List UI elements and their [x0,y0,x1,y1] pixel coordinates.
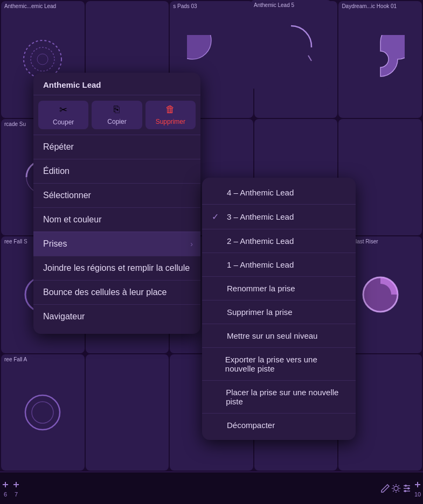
sliders-btn[interactable] [401,483,412,494]
svg-point-1 [31,47,54,71]
context-menu: Anthemic Lead ✂ Couper ⎘ Copier 🗑 Suppri… [33,73,200,334]
copier-button[interactable]: ⎘ Copier [92,101,142,129]
prises-label: Prises [43,239,67,249]
cell-4-visual [351,18,410,100]
cell-anthemic-5-label: Anthemic Lead 5 [254,2,328,8]
selectionner-label: Sélectionner [43,191,91,200]
submenu-item-7[interactable]: Exporter la prise vers une nouvelle pist… [202,347,356,380]
arrow-icon: › [190,240,193,248]
cell-15-label: ree Fall A [4,356,81,362]
submenu-label-8: Placer la prise sur une nouvelle piste [226,388,346,406]
submenu-label-3: 1 – Anthemic Lead [227,260,294,269]
navigateur-label: Navigateur [43,312,85,321]
svg-point-9 [32,402,53,423]
submenu-label-0: 4 – Anthemic Lead [227,188,294,197]
submenu-item-0[interactable]: 4 – Anthemic Lead [202,181,356,204]
scissors-icon: ✂ [59,104,67,116]
submenu-label-2: 2 – Anthemic Lead [227,236,294,246]
cell-anthemic-5-visual [251,0,331,89]
cell-anthemic-5[interactable]: Anthemic Lead 5 [251,0,331,89]
track-num-10: 10 [412,479,423,498]
menu-item-bounce[interactable]: Bounce des cellules à leur place [33,280,200,304]
context-menu-title: Anthemic Lead [33,78,200,95]
cell-16[interactable] [86,354,169,471]
nom-couleur-label: Nom et couleur [43,215,102,225]
submenu-item-9[interactable]: Décompacter [202,413,356,437]
submenu-label-5: Supprimer la prise [227,307,293,317]
submenu-item-1[interactable]: ✓ 3 – Anthemic Lead [202,204,356,229]
submenu-label-4: Renommer la prise [227,284,295,293]
supprimer-button[interactable]: 🗑 Supprimer [145,101,196,129]
menu-item-selectionner[interactable]: Sélectionner [33,183,200,207]
cell-15-visual [13,372,72,453]
track-7-num: 7 [15,491,18,498]
submenu-label-1: 3 – Anthemic Lead [227,212,294,221]
svg-point-10 [394,486,398,491]
edition-label: Édition [43,166,70,176]
repeter-label: Répéter [43,142,74,152]
track-num-7: 7 [11,479,22,498]
submenu-item-4[interactable]: Renommer la prise [202,276,356,300]
cell-4-label: Daydream...ic Hook 01 [342,3,419,9]
couper-label: Couper [53,118,74,126]
bottom-bar: 6 7 10 [0,472,423,504]
submenu-item-8[interactable]: Placer la prise sur une nouvelle piste [202,380,356,413]
trash-icon: 🗑 [165,104,175,115]
cell-0-label: Anthemic...emic Lead [4,3,81,9]
menu-item-navigateur[interactable]: Navigateur [33,304,200,328]
svg-point-13 [404,490,406,492]
cell-4[interactable]: Daydream...ic Hook 01 [338,1,422,118]
submenu-label-6: Mettre sur un seul niveau [227,331,317,340]
menu-item-nom-couleur[interactable]: Nom et couleur [33,207,200,232]
track-num-6: 6 [0,479,11,498]
submenu-item-2[interactable]: 2 – Anthemic Lead [202,229,356,253]
submenu-label-7: Exporter la prise vers une nouvelle pist… [225,355,346,373]
bounce-label: Bounce des cellules à leur place [43,288,167,297]
submenu-item-5[interactable]: Supprimer la prise [202,300,356,324]
track-10-num: 10 [414,491,421,498]
menu-item-repeter[interactable]: Répéter [33,135,200,159]
context-menu-actions: ✂ Couper ⎘ Copier 🗑 Supprimer [33,95,200,135]
cell-2-label: s Pads 03 [173,3,250,9]
submenu-label-9: Décompacter [227,421,275,430]
pencil-btn[interactable] [380,483,391,494]
submenu: 4 – Anthemic Lead ✓ 3 – Anthemic Lead 2 … [202,178,356,440]
menu-item-joindre[interactable]: Joindre les régions et remplir la cellul… [33,256,200,280]
copier-label: Copier [107,118,126,125]
couper-button[interactable]: ✂ Couper [38,101,88,129]
menu-item-prises[interactable]: Prises › [33,232,200,256]
supprimer-label: Supprimer [156,118,185,125]
submenu-item-3[interactable]: 1 – Anthemic Lead [202,253,356,276]
svg-point-2 [37,54,48,65]
check-1: ✓ [212,212,223,222]
joindre-label: Joindre les régions et remplir la cellul… [43,263,190,273]
copy-icon: ⎘ [114,104,120,115]
submenu-item-6[interactable]: Mettre sur un seul niveau [202,324,356,347]
svg-point-8 [25,395,60,430]
svg-point-11 [405,485,407,487]
cell-15[interactable]: ree Fall A [1,354,85,471]
menu-item-edition[interactable]: Édition [33,159,200,183]
cell-14-visual [351,254,410,335]
sun-btn[interactable] [391,483,401,494]
svg-point-12 [407,487,410,489]
track-6-num: 6 [4,491,7,498]
